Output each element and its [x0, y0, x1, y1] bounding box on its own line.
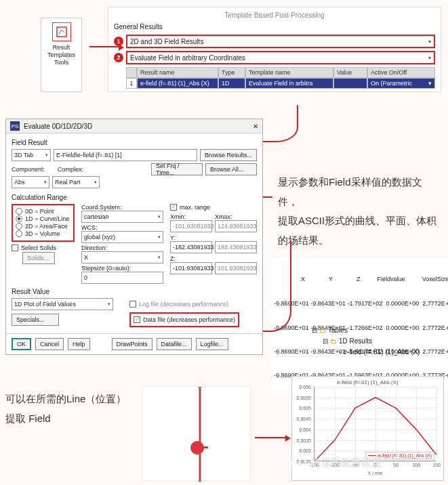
chevron-down-icon[interactable]: ▾ [428, 80, 432, 87]
evaluate-field-dropdown[interactable]: Evaluate Field in arbitrary Coordinates▾ [126, 51, 435, 64]
coord-system-select[interactable]: cartesian▾ [81, 211, 163, 223]
datafile-check[interactable] [134, 316, 140, 323]
results-tree: ⊟🗀Tables ⊟🗀1D Results ▫e-field (f=.81) (… [312, 325, 420, 358]
browse-results-button[interactable]: Browse Results... [200, 149, 257, 161]
xmin-input[interactable]: -101.93081933 [170, 220, 212, 232]
help-button[interactable]: Help [68, 338, 90, 350]
template-post-processing-panel: Template Based Post-Processing General R… [108, 7, 441, 92]
badge-2: 2 [114, 53, 123, 62]
minus-icon[interactable]: ⊟ [323, 336, 328, 347]
model-preview [142, 386, 251, 481]
field-results-dropdown[interactable]: 2D and 3D Field Results▾ [126, 35, 435, 48]
radio-0d[interactable] [16, 208, 22, 215]
calc-range-label: Calculation Range [12, 194, 257, 201]
field-path-input[interactable]: E-Field\e-field (f=.81) [1] [54, 149, 197, 161]
cancel-button[interactable]: Cancel [35, 338, 64, 350]
y-from-input[interactable]: -182.43081933 [170, 241, 212, 253]
set-frq-button[interactable]: Set Frq / Time... [151, 163, 203, 175]
browse-all-button[interactable]: Browse All... [205, 163, 257, 175]
chevron-down-icon: ▾ [428, 39, 431, 45]
logfile-button[interactable]: Logfile... [196, 338, 228, 350]
panel-title: Template Based Post-Processing [114, 12, 435, 19]
field-result-label: Field Result [12, 139, 257, 146]
dialog-title: Evaluate 0D/1D/2D/3D [24, 123, 92, 130]
templates-table-header: Result name Type Template name Value Act… [126, 67, 435, 78]
specials-button[interactable]: Specials... [12, 314, 59, 326]
folder-icon: 🗀 [330, 336, 337, 347]
component-select[interactable]: Abs▾ [12, 176, 49, 188]
ascii-data-output: X Y Z Fieldvalue VoxelSize -9.8690E+01 -… [271, 257, 448, 390]
solids-button: Solids... [22, 252, 55, 264]
radio-2d[interactable] [16, 223, 22, 230]
minus-icon[interactable]: ⊟ [312, 325, 317, 336]
ok-button[interactable]: OK [12, 338, 31, 350]
result-templates-label: Result Templates Tools [44, 44, 79, 66]
xmax-input[interactable]: 124.93081933 [215, 220, 257, 232]
z-from-input[interactable]: -101.93081933 [170, 262, 212, 274]
annotation-line: 可以在所需的Line（位置） 提取 Field [5, 389, 126, 428]
z-to-input[interactable]: 101.93081933 [215, 262, 257, 274]
wcs-select[interactable]: global (xyz)▾ [81, 231, 163, 243]
app-icon: PS [10, 121, 20, 131]
datafile-button[interactable]: Datafile... [157, 338, 192, 350]
direction-select[interactable]: X▾ [81, 251, 163, 263]
complex-select[interactable]: Real Part▾ [52, 176, 100, 188]
chevron-down-icon: ▾ [428, 55, 431, 61]
result-templates-icon [52, 22, 71, 41]
table-row[interactable]: 1 e-field (f=.81) (1)_Abs (X) 1D Evaluat… [126, 78, 435, 89]
result-chart: e-field (f=.81) (1)_Abs (X) 0.00250.0030… [291, 376, 444, 481]
max-range-check[interactable] [170, 204, 177, 211]
folder-icon: 🗀 [319, 325, 326, 336]
result-value-label: Result Value [12, 288, 257, 295]
tab-select[interactable]: 3D Tab▾ [12, 149, 51, 161]
result-templates-tools[interactable]: Result Templates Tools [41, 18, 82, 92]
general-results-label: General Results [114, 23, 435, 30]
result-icon: ▫ [339, 347, 342, 358]
close-icon[interactable]: ✕ [253, 123, 258, 130]
annotation-datafile: 显示参数和Field采样值的数据文件， 提取ASCII形式的曲线、平面、体积 的… [278, 173, 441, 250]
y-to-input[interactable]: 182.43081933 [215, 241, 257, 253]
svg-rect-0 [57, 27, 66, 37]
select-solids-check[interactable] [12, 245, 18, 251]
drawpoints-button[interactable]: DrawPoints [112, 338, 152, 350]
evaluate-dialog: PS Evaluate 0D/1D/2D/3D ✕ Field Result 3… [5, 119, 263, 355]
logfile-check[interactable] [129, 301, 136, 308]
stepsize-input[interactable]: 0 [81, 272, 163, 284]
dim-radio-group: 0D = Point 1D = Curve/Line 2D = Area/Fac… [12, 204, 75, 242]
chart-title: e-field (f=.81) (1)_Abs (X) [295, 379, 441, 385]
radio-1d[interactable] [16, 215, 22, 222]
radio-3d[interactable] [16, 230, 22, 237]
plot-type-select[interactable]: 1D Plot of Field Values▾ [12, 298, 113, 310]
